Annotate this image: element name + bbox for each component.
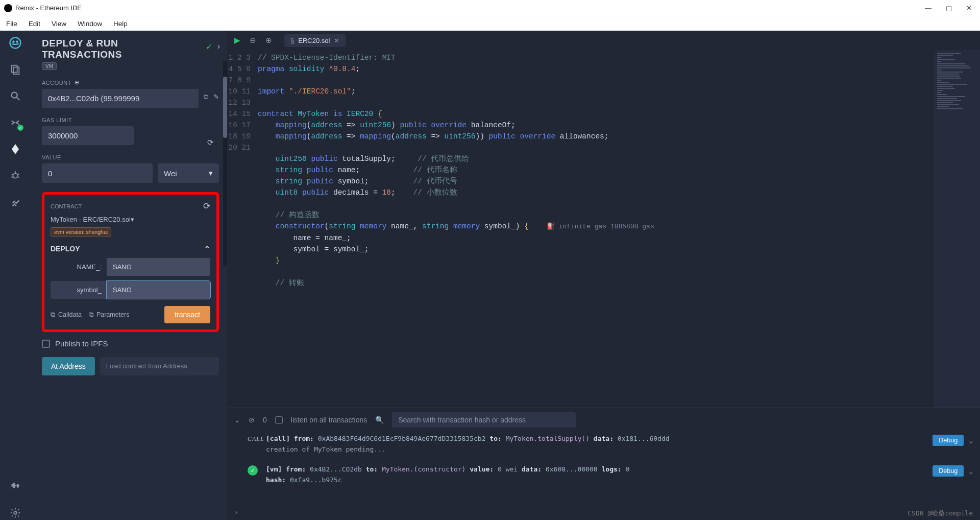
- plugin-icon[interactable]: [8, 479, 22, 493]
- expand-row-icon[interactable]: ⌄: [969, 437, 973, 444]
- menu-view[interactable]: View: [52, 20, 66, 28]
- call-mark-icon: CALL: [248, 435, 264, 442]
- gas-limit-input[interactable]: [42, 126, 134, 145]
- panel-title: DEPLOY & RUNTRANSACTIONS: [42, 38, 219, 60]
- panel-check-icon[interactable]: ✓: [206, 42, 212, 52]
- svg-line-11: [12, 177, 13, 178]
- publish-ipfs-checkbox[interactable]: [42, 340, 50, 348]
- copy-icon: ⧉: [89, 311, 93, 319]
- success-icon: ✓: [248, 465, 258, 476]
- value-unit-select[interactable]: Wei▾: [158, 163, 219, 183]
- menubar: File Edit View Window Help: [0, 16, 980, 31]
- line-gutter: 1 2 3 4 5 6 7 8 9 10 11 12 13 14 15 16 1…: [227, 50, 258, 408]
- terminal-row[interactable]: CALL [call] from: 0xAb8483F64d9C6d1EcF9b…: [248, 435, 973, 456]
- gas-hint: ⛽ infinite gas 1085800 gas: [547, 223, 654, 230]
- publish-ipfs-label: Publish to IPFS: [55, 339, 108, 348]
- minimize-button[interactable]: —: [925, 4, 932, 12]
- pending-count: 0: [263, 416, 267, 424]
- code-editor[interactable]: // SPDX-License-Identifier: MIT pragma s…: [258, 50, 934, 408]
- panel-scrollbar[interactable]: [223, 61, 227, 266]
- svg-point-7: [13, 173, 17, 178]
- debugger-icon[interactable]: [8, 169, 22, 183]
- contract-label: CONTRACT: [51, 203, 82, 209]
- window-title: Remix - Ethereum IDE: [15, 4, 82, 12]
- menu-file[interactable]: File: [6, 20, 17, 28]
- menu-help[interactable]: Help: [113, 20, 128, 28]
- svg-point-13: [14, 511, 17, 514]
- load-address-input[interactable]: Load contract from Address: [100, 357, 219, 375]
- terminal-search-icon[interactable]: 🔍: [375, 416, 384, 424]
- account-label: ACCOUNT ⊕: [42, 79, 219, 86]
- maximize-button[interactable]: ▢: [946, 4, 952, 12]
- debug-button[interactable]: Debug: [933, 435, 964, 446]
- zoom-out-icon[interactable]: ⊖: [250, 36, 256, 45]
- svg-point-1: [13, 41, 14, 42]
- deploy-icon[interactable]: [8, 142, 22, 156]
- analysis-icon[interactable]: [8, 195, 22, 209]
- vm-badge: VM: [42, 62, 57, 70]
- app-logo-icon: [4, 4, 12, 12]
- menu-window[interactable]: Window: [78, 20, 102, 28]
- value-label: VALUE: [42, 154, 219, 160]
- account-select[interactable]: [42, 89, 199, 108]
- gas-limit-label: GAS LIMIT: [42, 117, 219, 123]
- compile-ok-badge: ✓: [17, 125, 23, 131]
- add-account-icon[interactable]: ⊕: [75, 79, 80, 86]
- terminal-search-input[interactable]: Search with transaction hash or address: [392, 412, 576, 428]
- copy-calldata-button[interactable]: ⧉Calldata: [51, 311, 82, 319]
- svg-line-6: [17, 98, 20, 101]
- close-button[interactable]: ✕: [966, 4, 972, 12]
- param-name-input[interactable]: [107, 258, 210, 276]
- terminal-row[interactable]: ✓ [vm] from: 0x4B2...CO2db to: MyToken.(…: [248, 465, 973, 487]
- menu-edit[interactable]: Edit: [29, 20, 40, 28]
- listen-checkbox[interactable]: [275, 416, 283, 424]
- svg-point-2: [16, 41, 17, 42]
- run-icon[interactable]: ▶: [234, 36, 240, 45]
- files-icon[interactable]: [8, 62, 22, 77]
- listen-label: listen on all transactions: [291, 416, 367, 424]
- contract-select[interactable]: MyToken - ERC/ERC20.sol▾: [51, 216, 210, 223]
- chevron-down-icon: ▾: [209, 169, 213, 178]
- home-icon[interactable]: [8, 36, 22, 50]
- panel-chevron-icon[interactable]: ›: [217, 42, 220, 52]
- solidity-file-icon: §: [290, 37, 294, 44]
- value-input[interactable]: [42, 163, 153, 183]
- copy-account-icon[interactable]: ⧉: [204, 93, 208, 101]
- close-tab-icon[interactable]: ✕: [334, 37, 339, 44]
- transact-button[interactable]: transact: [164, 306, 210, 323]
- watermark: CSDN @哈桑compile: [908, 509, 973, 518]
- settings-icon[interactable]: [8, 506, 22, 520]
- svg-point-0: [10, 38, 21, 49]
- param-symbol-label: symbol_: [51, 281, 107, 299]
- chevron-down-icon: ▾: [131, 216, 134, 223]
- svg-point-5: [12, 92, 17, 98]
- tab-erc20[interactable]: § ERC20.sol ✕: [284, 34, 346, 47]
- terminal-prompt-icon[interactable]: ›: [234, 508, 238, 516]
- svg-rect-4: [13, 67, 19, 74]
- collapse-deploy-icon[interactable]: ⌃: [204, 245, 210, 253]
- evm-version-badge: evm version: shanghai: [51, 227, 111, 237]
- param-name-label: NAME_:: [51, 258, 107, 276]
- zoom-in-icon[interactable]: ⊕: [265, 36, 272, 45]
- debug-button[interactable]: Debug: [933, 465, 964, 477]
- edit-account-icon[interactable]: ✎: [213, 93, 219, 101]
- svg-rect-3: [12, 65, 17, 73]
- annotation-frame: CONTRACT ⟳ MyToken - ERC/ERC20.sol▾ evm …: [42, 192, 219, 332]
- at-address-button[interactable]: At Address: [42, 357, 95, 375]
- svg-line-12: [18, 177, 19, 178]
- compiler-icon[interactable]: ✓: [8, 115, 22, 130]
- copy-parameters-button[interactable]: ⧉Parameters: [89, 311, 130, 319]
- account-spinner-icon: ⟳: [207, 138, 214, 147]
- search-icon[interactable]: [8, 89, 22, 103]
- svg-line-9: [12, 174, 13, 175]
- copy-icon: ⧉: [51, 311, 55, 319]
- minimap[interactable]: [934, 50, 980, 408]
- expand-row-icon[interactable]: ⌄: [969, 467, 973, 475]
- param-symbol-input[interactable]: [107, 281, 210, 299]
- deploy-section-label: DEPLOY: [51, 245, 80, 253]
- terminal-clear-icon[interactable]: ⊘: [249, 416, 255, 424]
- terminal-collapse-icon[interactable]: ⌄: [234, 416, 240, 424]
- svg-line-10: [18, 174, 19, 175]
- refresh-contract-icon[interactable]: ⟳: [203, 201, 210, 211]
